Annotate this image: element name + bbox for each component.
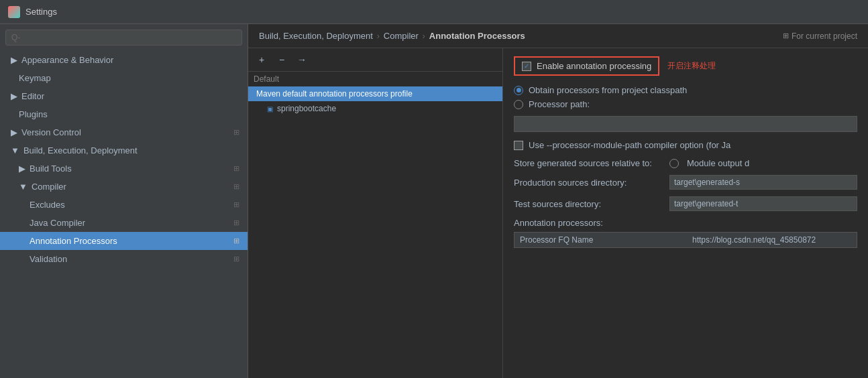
expand-arrow: ▼ xyxy=(11,145,19,155)
expand-arrow: ▼ xyxy=(19,182,28,192)
annotation-processors-badge: ⊞ xyxy=(233,237,239,245)
main-layout: Q- ▶ Appearance & Behavior Keymap ▶ Edit… xyxy=(0,24,868,378)
validation-badge: ⊞ xyxy=(233,255,239,263)
sidebar-item-version-control[interactable]: ▶ Version Control ⊞ xyxy=(0,123,248,141)
breadcrumb-sep-2: › xyxy=(423,32,425,41)
excludes-badge: ⊞ xyxy=(233,200,239,209)
settings-panel: Enable annotation processing 开启注释处理 Obta… xyxy=(503,48,868,378)
breadcrumb-item-3: Annotation Processors xyxy=(429,31,525,41)
table-col-url: https://blog.csdn.net/qq_45850872 xyxy=(692,235,851,245)
breadcrumb: Build, Execution, Deployment › Compiler … xyxy=(248,24,868,48)
production-sources-dir-row: Production sources directory: xyxy=(514,175,857,190)
test-sources-input[interactable] xyxy=(669,196,857,211)
content-area: Build, Execution, Deployment › Compiler … xyxy=(248,24,868,378)
content-inner: + − → Default Maven default annotation p… xyxy=(248,48,868,378)
profiles-list: Default Maven default annotation process… xyxy=(248,72,502,378)
profiles-panel: + − → Default Maven default annotation p… xyxy=(248,48,503,378)
sidebar-item-excludes[interactable]: Excludes ⊞ xyxy=(0,196,248,214)
processor-path-row: Processor path: xyxy=(514,99,857,109)
obtain-processors-row: Obtain processors from project classpath xyxy=(514,85,857,95)
table-col-processor-fq: Processor FQ Name xyxy=(520,235,679,245)
sidebar-item-appearance[interactable]: ▶ Appearance & Behavior xyxy=(0,51,248,69)
for-current-project: ⊞ For current project xyxy=(783,32,857,41)
profile-sub-item-springbootcache[interactable]: ▣ springbootcache xyxy=(248,101,502,116)
add-profile-button[interactable]: + xyxy=(254,52,270,67)
enable-annotation-label: Enable annotation processing xyxy=(537,61,651,71)
version-control-badge: ⊞ xyxy=(233,128,239,137)
obtain-processors-label: Obtain processors from project classpath xyxy=(529,85,687,95)
collapse-arrow: ▶ xyxy=(11,127,17,137)
processor-path-radio[interactable] xyxy=(514,100,523,109)
processor-path-label: Processor path: xyxy=(529,99,590,109)
collapse-arrow: ▶ xyxy=(11,91,17,101)
store-generated-sources-row: Store generated sources relative to: Mod… xyxy=(514,158,857,168)
sidebar-item-plugins[interactable]: Plugins xyxy=(0,105,248,123)
search-icon: Q- xyxy=(11,33,20,42)
sidebar-item-editor[interactable]: ▶ Editor xyxy=(0,87,248,105)
profile-group-label: Default xyxy=(248,72,502,86)
production-sources-input[interactable] xyxy=(669,175,857,190)
use-processor-module-row: Use --processor-module-path compiler opt… xyxy=(514,140,857,150)
module-icon: ▣ xyxy=(267,105,273,113)
collapse-arrow: ▶ xyxy=(11,55,17,65)
window-title: Settings xyxy=(25,7,57,17)
sidebar-item-build-execution[interactable]: ▼ Build, Execution, Deployment xyxy=(0,141,248,160)
title-bar: Settings xyxy=(0,0,868,24)
store-generated-radio[interactable] xyxy=(669,159,679,168)
annotation-processors-table-header: Processor FQ Name https://blog.csdn.net/… xyxy=(514,232,857,248)
module-output-label: Module output d xyxy=(687,158,749,168)
annotation-processors-section: Annotation processors: Processor FQ Name… xyxy=(514,218,857,248)
sidebar-item-validation[interactable]: Validation ⊞ xyxy=(0,250,248,268)
obtain-processors-radio[interactable] xyxy=(514,86,523,95)
sidebar-item-annotation-processors[interactable]: Annotation Processors ⊞ xyxy=(0,232,248,250)
annotation-note: 开启注释处理 xyxy=(667,60,716,72)
build-tools-badge: ⊞ xyxy=(233,164,239,173)
sidebar-item-build-tools[interactable]: ▶ Build Tools ⊞ xyxy=(0,160,248,178)
breadcrumb-sep-1: › xyxy=(377,32,380,41)
toolbar-row: + − → xyxy=(248,48,502,72)
app-icon xyxy=(8,6,20,18)
current-project-icon: ⊞ xyxy=(783,32,789,40)
use-processor-module-checkbox[interactable] xyxy=(514,141,523,150)
sidebar: Q- ▶ Appearance & Behavior Keymap ▶ Edit… xyxy=(0,24,248,378)
search-box[interactable]: Q- xyxy=(5,29,242,46)
use-processor-module-label: Use --processor-module-path compiler opt… xyxy=(529,140,730,150)
sidebar-item-keymap[interactable]: Keymap xyxy=(0,69,248,87)
sidebar-item-java-compiler[interactable]: Java Compiler ⊞ xyxy=(0,214,248,232)
processor-path-input[interactable] xyxy=(514,116,857,132)
compiler-badge: ⊞ xyxy=(233,182,239,191)
breadcrumb-item-1: Build, Execution, Deployment xyxy=(259,31,373,41)
java-compiler-badge: ⊞ xyxy=(233,218,239,227)
breadcrumb-item-2: Compiler xyxy=(384,31,419,41)
profile-item-maven[interactable]: Maven default annotation processors prof… xyxy=(248,86,502,101)
store-generated-label: Store generated sources relative to: xyxy=(514,158,661,168)
sidebar-item-compiler[interactable]: ▼ Compiler ⊞ xyxy=(0,178,248,196)
test-sources-label: Test sources directory: xyxy=(514,199,661,209)
arrow-profile-button[interactable]: → xyxy=(294,52,310,67)
test-sources-dir-row: Test sources directory: xyxy=(514,196,857,211)
annotation-processors-section-label: Annotation processors: xyxy=(514,218,857,228)
remove-profile-button[interactable]: − xyxy=(274,52,290,67)
collapse-arrow: ▶ xyxy=(19,164,25,174)
production-sources-label: Production sources directory: xyxy=(514,178,661,188)
enable-annotation-checkbox[interactable] xyxy=(522,62,531,71)
